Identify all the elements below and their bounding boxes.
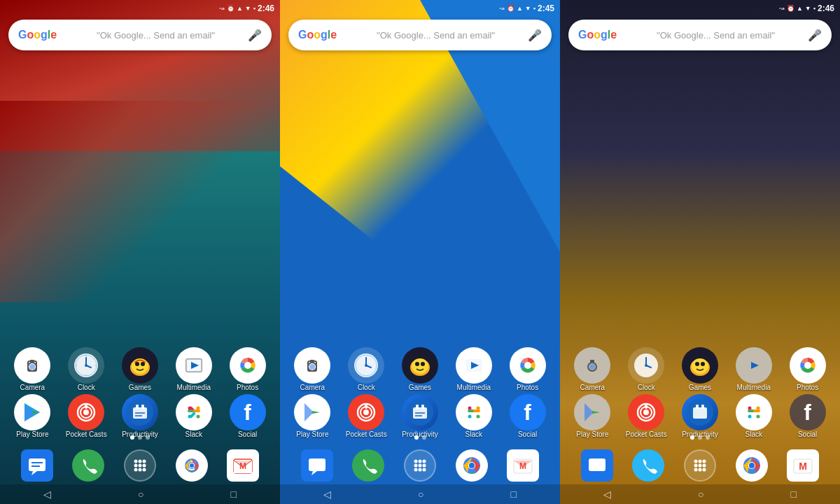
app-games-2[interactable]: Games bbox=[395, 347, 445, 391]
app-productivity-3[interactable]: Productivity bbox=[675, 394, 725, 438]
home-button-1[interactable]: ○ bbox=[127, 486, 155, 503]
app-area-1: Camera Clock bbox=[0, 347, 280, 441]
app-row-2-1: Camera Clock bbox=[286, 347, 554, 391]
svg-point-75 bbox=[365, 364, 368, 367]
svg-point-99 bbox=[468, 415, 471, 419]
app-slack-2[interactable]: Slack bbox=[449, 394, 499, 438]
dock-2: M bbox=[280, 448, 560, 483]
search-bar-1[interactable]: Google "Ok Google... Send an email" 🎤 bbox=[8, 20, 272, 50]
app-playstore-1[interactable]: Play Store bbox=[7, 394, 57, 438]
app-photos-2[interactable]: Photos bbox=[503, 347, 553, 391]
dock-gmail-3[interactable]: M bbox=[785, 448, 820, 483]
dock-phone-3[interactable] bbox=[631, 448, 666, 483]
battery-icon-3: ▪ bbox=[813, 5, 816, 12]
dock-chrome-3[interactable] bbox=[734, 448, 769, 483]
dock-chrome-1[interactable] bbox=[174, 448, 209, 483]
wifi-icon: ▼ bbox=[245, 5, 251, 12]
home-button-2[interactable]: ○ bbox=[407, 486, 435, 503]
app-slack-3[interactable]: Slack bbox=[729, 394, 779, 438]
app-camera-3[interactable]: Camera bbox=[567, 347, 617, 391]
app-label: Camera bbox=[20, 384, 46, 391]
phone-screen-3: ↝ ⏰ ▲ ▼ ▪ 2:46 Google "Ok Google... Send… bbox=[560, 0, 840, 504]
app-pocketcasts-2[interactable]: Pocket Casts bbox=[341, 394, 391, 438]
app-label: Multimedia bbox=[457, 384, 491, 391]
dock-phone-2[interactable] bbox=[351, 448, 386, 483]
mic-icon-3[interactable]: 🎤 bbox=[808, 29, 822, 42]
app-clock-1[interactable]: Clock bbox=[61, 347, 111, 391]
dots-3 bbox=[560, 435, 840, 440]
svg-rect-139 bbox=[645, 405, 648, 409]
svg-rect-150 bbox=[753, 410, 760, 412]
status-icons-1: ↝ ⏰ ▲ ▼ ▪ 2:46 bbox=[219, 4, 274, 13]
svg-point-152 bbox=[694, 460, 697, 463]
dot bbox=[138, 435, 142, 440]
app-productivity-1[interactable]: Productivity bbox=[115, 394, 165, 438]
mic-icon-2[interactable]: 🎤 bbox=[528, 29, 542, 42]
signal-icon: ▲ bbox=[237, 5, 243, 12]
app-playstore-3[interactable]: Play Store bbox=[567, 394, 617, 438]
app-multimedia-2[interactable]: Multimedia bbox=[449, 347, 499, 391]
svg-point-112 bbox=[414, 468, 417, 472]
dock-launcher-2[interactable] bbox=[402, 448, 438, 483]
dock-gmail-2[interactable]: M bbox=[505, 448, 540, 483]
dock-phone-1[interactable] bbox=[71, 448, 106, 483]
app-social-2[interactable]: f Social bbox=[503, 394, 553, 438]
app-pocketcasts-1[interactable]: Pocket Casts bbox=[61, 394, 111, 438]
app-row-1-2: Play Store Pocket Casts bbox=[6, 394, 274, 438]
dock-chrome-2[interactable] bbox=[454, 448, 489, 483]
app-photos-3[interactable]: Photos bbox=[783, 347, 833, 391]
svg-point-28 bbox=[83, 410, 89, 415]
dot-active bbox=[130, 435, 134, 440]
recents-button-3[interactable]: □ bbox=[780, 486, 808, 503]
app-social-3[interactable]: f Social bbox=[783, 394, 833, 438]
app-slack-1[interactable]: Slack bbox=[169, 394, 219, 438]
app-games-3[interactable]: Games bbox=[675, 347, 725, 391]
dock-messages-2[interactable] bbox=[300, 448, 335, 483]
recents-button-2[interactable]: □ bbox=[500, 486, 528, 503]
app-camera-2[interactable]: Camera bbox=[287, 347, 337, 391]
app-label: Multimedia bbox=[177, 384, 211, 391]
dot bbox=[706, 435, 710, 440]
back-button-2[interactable]: ◁ bbox=[312, 486, 342, 503]
recents-button-1[interactable]: □ bbox=[220, 486, 248, 503]
search-hint-1: "Ok Google... Send an email" bbox=[64, 30, 248, 41]
app-camera-1[interactable]: Camera bbox=[7, 347, 57, 391]
svg-rect-141 bbox=[693, 407, 707, 419]
app-playstore-2[interactable]: Play Store bbox=[287, 394, 337, 438]
alarm-icon-2: ⏰ bbox=[507, 5, 514, 12]
battery-icon: ▪ bbox=[253, 5, 255, 12]
app-row-3-2: Play Store Pocket Casts bbox=[566, 394, 834, 438]
dock-messages-1[interactable] bbox=[20, 448, 55, 483]
svg-point-8 bbox=[85, 364, 88, 367]
back-button-1[interactable]: ◁ bbox=[32, 486, 62, 503]
svg-point-69 bbox=[309, 364, 315, 370]
dock-launcher-3[interactable] bbox=[682, 448, 718, 483]
status-time-1: 2:46 bbox=[258, 4, 274, 13]
dot-active bbox=[414, 435, 419, 440]
status-icons-3: ↝ ⏰ ▲ ▼ ▪ 2:46 bbox=[779, 4, 834, 13]
app-clock-2[interactable]: Clock bbox=[341, 347, 391, 391]
back-button-3[interactable]: ◁ bbox=[592, 486, 622, 503]
mic-icon-1[interactable]: 🎤 bbox=[248, 29, 262, 42]
app-multimedia-3[interactable]: Multimedia bbox=[729, 347, 779, 391]
status-bar-3: ↝ ⏰ ▲ ▼ ▪ 2:46 bbox=[560, 0, 840, 17]
app-photos-1[interactable]: Photos bbox=[223, 347, 273, 391]
dock-gmail-1[interactable]: M bbox=[225, 448, 260, 483]
home-button-3[interactable]: ○ bbox=[687, 486, 715, 503]
app-clock-3[interactable]: Clock bbox=[621, 347, 671, 391]
app-social-1[interactable]: f Social bbox=[223, 394, 273, 438]
svg-point-49 bbox=[134, 460, 137, 463]
search-bar-2[interactable]: Google "Ok Google... Send an email" 🎤 bbox=[288, 20, 552, 50]
svg-rect-94 bbox=[421, 405, 424, 409]
app-multimedia-1[interactable]: Multimedia bbox=[169, 347, 219, 391]
app-pocketcasts-3[interactable]: Pocket Casts bbox=[621, 394, 671, 438]
svg-point-126 bbox=[645, 364, 648, 367]
svg-point-160 bbox=[702, 468, 706, 472]
dock-messages-3[interactable] bbox=[580, 448, 615, 483]
app-productivity-2[interactable]: Productivity bbox=[395, 394, 445, 438]
wifi-icon-3: ▼ bbox=[805, 5, 811, 12]
search-bar-3[interactable]: Google "Ok Google... Send an email" 🎤 bbox=[568, 20, 832, 50]
app-games-1[interactable]: Games bbox=[115, 347, 165, 391]
svg-rect-32 bbox=[136, 405, 139, 409]
dock-launcher-1[interactable] bbox=[122, 448, 158, 483]
